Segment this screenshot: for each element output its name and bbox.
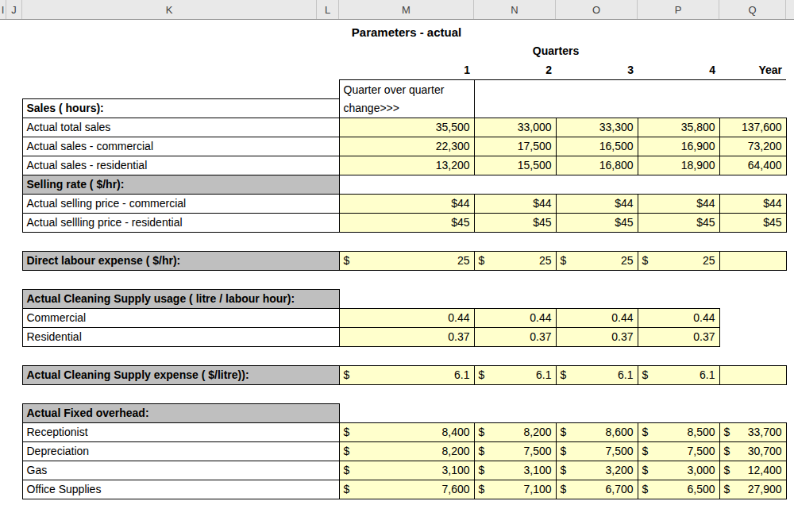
- price-value-cell[interactable]: $45: [474, 213, 556, 232]
- labour-rate-cell[interactable]: $25: [638, 251, 719, 270]
- overhead-value-cell[interactable]: $7,500: [638, 441, 719, 461]
- price-value-cell[interactable]: $45: [556, 213, 638, 232]
- overhead-value-cell[interactable]: $3,100: [474, 461, 556, 480]
- column-header-o[interactable]: O: [556, 0, 638, 19]
- currency-symbol: $: [479, 426, 485, 438]
- row-label-gas[interactable]: Gas: [22, 461, 339, 480]
- overhead-value-cell[interactable]: $7,600: [339, 480, 474, 499]
- column-header-m[interactable]: M: [339, 0, 474, 19]
- row-label-usage-residential[interactable]: Residential: [22, 327, 339, 346]
- section-selling-rate[interactable]: Selling rate ( $/hr):: [22, 175, 339, 194]
- row-label-selling-price-residential[interactable]: Actual sellling price - residential: [22, 213, 339, 232]
- supply-cost-cell[interactable]: $6.1: [638, 365, 719, 384]
- labour-rate-cell[interactable]: $25: [556, 251, 638, 270]
- row-label-usage-commercial[interactable]: Commercial: [22, 308, 339, 327]
- sales-value-cell[interactable]: 17,500: [474, 137, 556, 156]
- period-header-q1[interactable]: 1: [339, 60, 474, 79]
- overhead-value-cell[interactable]: $6,700: [556, 480, 638, 499]
- column-header-i[interactable]: I: [0, 0, 6, 19]
- sheet-title[interactable]: Parameters - actual: [339, 22, 474, 41]
- row-label-receptionist[interactable]: Receptionist: [22, 422, 339, 441]
- price-value-cell[interactable]: $44: [474, 194, 556, 213]
- section-cleaning-expense[interactable]: Actual Cleaning Supply expense ( $/litre…: [22, 365, 339, 384]
- overhead-value-cell[interactable]: $3,000: [638, 461, 719, 480]
- labour-rate-cell[interactable]: $25: [474, 251, 556, 270]
- labour-rate-cell[interactable]: $25: [339, 251, 474, 270]
- supply-cost-cell[interactable]: $6.1: [474, 365, 556, 384]
- overhead-value-cell[interactable]: $8,200: [339, 441, 474, 461]
- sales-value-cell[interactable]: 35,800: [638, 118, 719, 137]
- sales-value-cell[interactable]: 33,000: [474, 118, 556, 137]
- overhead-value-cell[interactable]: $7,500: [474, 441, 556, 461]
- sales-value-cell[interactable]: 64,400: [719, 156, 786, 175]
- section-cleaning-usage[interactable]: Actual Cleaning Supply usage ( litre / l…: [22, 289, 339, 308]
- price-value-cell[interactable]: $44: [556, 194, 638, 213]
- overhead-value-cell[interactable]: $7,500: [556, 441, 638, 461]
- price-value-cell[interactable]: $44: [719, 194, 786, 213]
- column-header-q[interactable]: Q: [719, 0, 786, 19]
- column-header-j[interactable]: J: [6, 0, 22, 19]
- labour-rate-cell-empty[interactable]: [719, 251, 786, 270]
- sales-value-cell[interactable]: 73,200: [719, 137, 786, 156]
- quarters-header[interactable]: Quarters: [474, 41, 638, 60]
- period-header-q2[interactable]: 2: [474, 60, 556, 79]
- price-value-cell[interactable]: $44: [638, 194, 719, 213]
- overhead-value-cell[interactable]: $8,200: [474, 422, 556, 441]
- section-sales-hours[interactable]: Sales ( hours):: [22, 98, 339, 118]
- overhead-total-cell[interactable]: $33,700: [719, 422, 786, 441]
- column-header-n[interactable]: N: [474, 0, 556, 19]
- qoq-note-cell[interactable]: Quarter over quarter change>>>: [339, 79, 474, 118]
- row-label-office-supplies[interactable]: Office Supplies: [22, 480, 339, 499]
- overhead-value-cell[interactable]: $3,200: [556, 461, 638, 480]
- sales-value-cell[interactable]: 16,900: [638, 137, 719, 156]
- price-value-cell[interactable]: $45: [339, 213, 474, 232]
- section-direct-labour[interactable]: Direct labour expense ( $/hr):: [22, 251, 339, 270]
- row-selling-rate-section: Selling rate ( $/hr):: [0, 175, 794, 194]
- overhead-value-cell[interactable]: $7,100: [474, 480, 556, 499]
- sales-value-cell[interactable]: 137,600: [719, 118, 786, 137]
- overhead-value-cell[interactable]: $3,100: [339, 461, 474, 480]
- overhead-value-cell[interactable]: $8,500: [638, 422, 719, 441]
- column-header-p[interactable]: P: [638, 0, 719, 19]
- column-header-k[interactable]: K: [22, 0, 317, 19]
- overhead-total-cell[interactable]: $27,900: [719, 480, 786, 499]
- supply-cost-cell[interactable]: $6.1: [556, 365, 638, 384]
- price-value-cell[interactable]: $45: [719, 213, 786, 232]
- usage-value-cell[interactable]: 0.37: [339, 327, 474, 346]
- sales-value-cell[interactable]: 16,500: [556, 137, 638, 156]
- supply-cost-cell[interactable]: $6.1: [339, 365, 474, 384]
- row-label-actual-sales-commercial[interactable]: Actual sales - commercial: [22, 137, 339, 156]
- sales-value-cell[interactable]: 35,500: [339, 118, 474, 137]
- row-label-selling-price-commercial[interactable]: Actual selling price - commercial: [22, 194, 339, 213]
- overhead-value-cell[interactable]: $8,600: [556, 422, 638, 441]
- usage-value-cell[interactable]: 0.44: [474, 308, 556, 327]
- sales-value-cell[interactable]: 22,300: [339, 137, 474, 156]
- usage-value-cell[interactable]: 0.37: [474, 327, 556, 346]
- usage-value-cell[interactable]: 0.44: [339, 308, 474, 327]
- row-label-actual-sales-residential[interactable]: Actual sales - residential: [22, 156, 339, 175]
- supply-cost-cell-empty[interactable]: [719, 365, 786, 384]
- sales-value-cell[interactable]: 15,500: [474, 156, 556, 175]
- overhead-value-cell[interactable]: $8,400: [339, 422, 474, 441]
- currency-symbol: $: [724, 464, 730, 476]
- usage-value-cell[interactable]: 0.44: [638, 308, 719, 327]
- overhead-total-cell[interactable]: $12,400: [719, 461, 786, 480]
- row-label-actual-total-sales[interactable]: Actual total sales: [22, 118, 339, 137]
- price-value-cell[interactable]: $44: [339, 194, 474, 213]
- usage-value-cell[interactable]: 0.44: [556, 308, 638, 327]
- column-header-l[interactable]: L: [317, 0, 339, 19]
- sales-value-cell[interactable]: 16,800: [556, 156, 638, 175]
- overhead-total-cell[interactable]: $30,700: [719, 441, 786, 461]
- usage-value-cell[interactable]: 0.37: [638, 327, 719, 346]
- overhead-value-cell[interactable]: $6,500: [638, 480, 719, 499]
- section-fixed-overhead[interactable]: Actual Fixed overhead:: [22, 403, 339, 422]
- row-label-depreciation[interactable]: Depreciation: [22, 441, 339, 461]
- period-header-q4[interactable]: 4: [638, 60, 719, 79]
- period-header-q3[interactable]: 3: [556, 60, 638, 79]
- sales-value-cell[interactable]: 13,200: [339, 156, 474, 175]
- period-header-year[interactable]: Year: [719, 60, 786, 79]
- sales-value-cell[interactable]: 18,900: [638, 156, 719, 175]
- price-value-cell[interactable]: $45: [638, 213, 719, 232]
- usage-value-cell[interactable]: 0.37: [556, 327, 638, 346]
- sales-value-cell[interactable]: 33,300: [556, 118, 638, 137]
